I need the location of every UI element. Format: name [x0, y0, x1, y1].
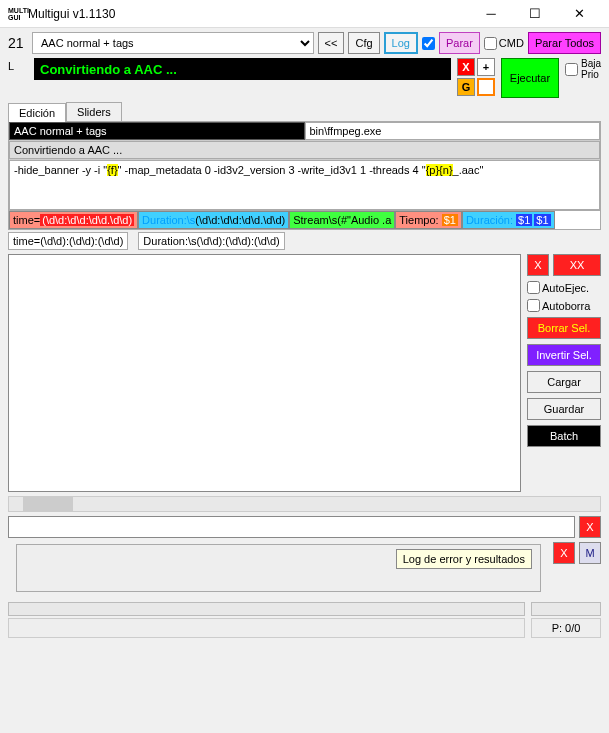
prev-button[interactable]: << [318, 32, 345, 54]
status-bar: Convirtiendo a AAC ... [34, 58, 451, 80]
tab-sliders[interactable]: Sliders [66, 102, 122, 121]
parar-button[interactable]: Parar [439, 32, 480, 54]
autoejec-checkbox[interactable]: AutoEjec. [527, 281, 601, 294]
log-area[interactable]: Log de error y resultados [16, 544, 541, 592]
exe-field[interactable]: bin\ffmpeg.exe [305, 122, 601, 140]
regex-row-1: time=(\d\d:\d\d:\d\d.\d\d) Duration:\s(\… [9, 210, 600, 229]
orange-button[interactable] [477, 78, 495, 96]
duration-regex[interactable]: Duration:\s(\d\d:\d\d:\d\d.\d\d) [138, 211, 289, 229]
maximize-button[interactable]: ☐ [513, 0, 557, 28]
regex-row-2: time=(\d\d):(\d\d):(\d\d) Duration:\s(\d… [8, 232, 601, 250]
borrar-sel-button[interactable]: Borrar Sel. [527, 317, 601, 339]
cmd-checkbox[interactable]: CMD [484, 37, 524, 50]
stream-regex[interactable]: Stream\s(#"Audio .a [289, 211, 395, 229]
parar-todos-button[interactable]: Parar Todos [528, 32, 601, 54]
log-checkbox[interactable] [422, 37, 435, 50]
preset-field[interactable]: AAC normal + tags [9, 122, 305, 140]
edit-panel: AAC normal + tags bin\ffmpeg.exe Convirt… [8, 121, 601, 230]
tab-edicion[interactable]: Edición [8, 103, 66, 122]
clear-log-button[interactable]: X [553, 542, 575, 564]
side-buttons: X XX AutoEjec. Autoborra Borrar Sel. Inv… [527, 254, 601, 492]
remove-all-button[interactable]: XX [553, 254, 601, 276]
cargar-button[interactable]: Cargar [527, 371, 601, 393]
desc-field[interactable]: Convirtiendo a AAC ... [9, 141, 600, 159]
invertir-sel-button[interactable]: Invertir Sel. [527, 344, 601, 366]
time-regex-2[interactable]: time=(\d\d):(\d\d):(\d\d) [8, 232, 128, 250]
progress-row [8, 602, 601, 616]
window-title: Multigui v1.1130 [24, 7, 469, 21]
command-field[interactable]: -hide_banner -y -i "{f}" -map_metadata 0… [9, 160, 600, 210]
titlebar: MULTIGUI Multigui v1.1130 ─ ☐ ✕ [0, 0, 609, 28]
list-scrollbar[interactable] [8, 496, 601, 512]
guardar-button[interactable]: Guardar [527, 398, 601, 420]
ejecutar-button[interactable]: Ejecutar [501, 58, 559, 98]
footer-status [8, 618, 525, 638]
footer-counter: P: 0/0 [531, 618, 601, 638]
duration-regex-2[interactable]: Duration:\s(\d\d):(\d\d):(\d\d) [138, 232, 284, 250]
add-button[interactable]: + [477, 58, 495, 76]
minimize-button[interactable]: ─ [469, 0, 513, 28]
progress-2 [531, 602, 601, 616]
time-regex[interactable]: time=(\d\d:\d\d:\d\d.\d\d) [9, 211, 138, 229]
path-input[interactable] [8, 516, 575, 538]
main-area: X XX AutoEjec. Autoborra Borrar Sel. Inv… [8, 254, 601, 492]
close-button[interactable]: ✕ [557, 0, 601, 28]
file-list[interactable] [8, 254, 521, 492]
remove-button[interactable]: X [527, 254, 549, 276]
clear-input-button[interactable]: X [579, 516, 601, 538]
toolbar-row: 21 AAC normal + tags << Cfg Log Parar CM… [0, 28, 609, 58]
bottom-input-row: X [8, 516, 601, 538]
status-row: L Convirtiendo a AAC ... X + G Ejecutar … [0, 58, 609, 102]
footer: P: 0/0 [8, 618, 601, 638]
clear-button[interactable]: X [457, 58, 475, 76]
duracion-out[interactable]: Duración: $1$1 [462, 211, 555, 229]
mode-letter: L [8, 58, 28, 72]
app-icon: MULTIGUI [8, 7, 24, 21]
progress-1 [8, 602, 525, 616]
autoborra-checkbox[interactable]: Autoborra [527, 299, 601, 312]
tab-bar: Edición Sliders [0, 102, 609, 121]
counter-label: 21 [8, 35, 28, 51]
log-button[interactable]: Log [384, 32, 418, 54]
batch-button[interactable]: Batch [527, 425, 601, 447]
m-button[interactable]: M [579, 542, 601, 564]
baja-prio-checkbox[interactable]: BajaPrio [565, 58, 601, 80]
cfg-button[interactable]: Cfg [348, 32, 379, 54]
tiempo-out[interactable]: Tiempo: $1 [395, 211, 462, 229]
cmd-label: CMD [499, 37, 524, 49]
preset-combo[interactable]: AAC normal + tags [32, 32, 314, 54]
g-button[interactable]: G [457, 78, 475, 96]
log-tooltip: Log de error y resultados [396, 549, 532, 569]
